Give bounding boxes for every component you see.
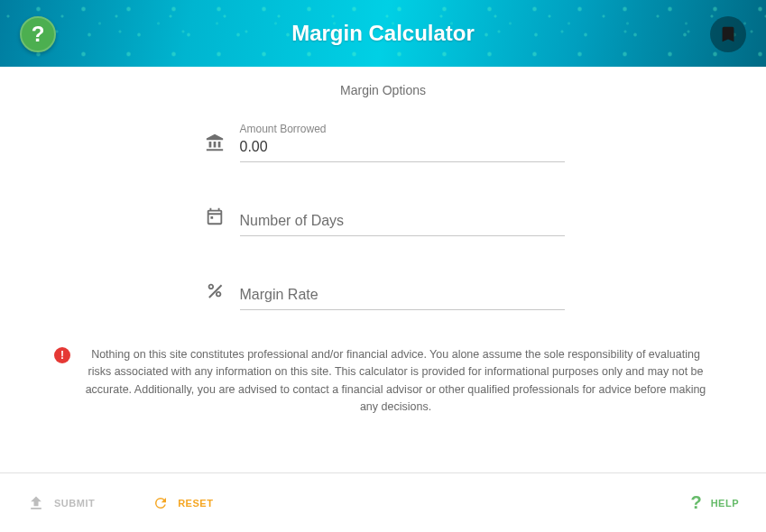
footer: SUBMIT RESET ? HELP: [0, 472, 766, 532]
amount-input[interactable]: [240, 134, 565, 162]
reset-button[interactable]: RESET: [142, 488, 224, 518]
days-input[interactable]: [240, 208, 565, 236]
rate-field-wrap: [240, 282, 565, 310]
form-area: Amount Borrowed: [0, 130, 766, 352]
content-area: Margin Options Amount Borrowed: [0, 67, 766, 472]
subtitle: Margin Options: [340, 83, 426, 97]
days-field-wrap: [240, 208, 565, 236]
header: ? Margin Calculator: [0, 0, 766, 67]
percent-icon: [202, 278, 227, 303]
bookmark-button[interactable]: [710, 16, 746, 52]
refresh-icon: [152, 495, 169, 511]
reset-label: RESET: [178, 498, 213, 509]
help-icon: ?: [32, 22, 45, 47]
page-title: Margin Calculator: [291, 21, 475, 46]
bookmark-icon: [718, 24, 738, 44]
warning-icon: !: [54, 347, 70, 363]
help-footer-label: HELP: [711, 498, 739, 509]
amount-field-wrap: Amount Borrowed: [240, 134, 565, 162]
disclaimer: ! Nothing on this site constitutes profe…: [0, 346, 766, 417]
upload-icon: [27, 494, 45, 512]
field-row-days: [202, 204, 565, 236]
rate-input[interactable]: [240, 282, 565, 310]
submit-label: SUBMIT: [54, 498, 95, 509]
field-row-rate: [202, 278, 565, 310]
amount-label: Amount Borrowed: [240, 123, 327, 135]
help-button[interactable]: ?: [20, 16, 56, 52]
calendar-icon: [202, 204, 227, 229]
submit-button[interactable]: SUBMIT: [16, 487, 106, 519]
disclaimer-text: Nothing on this site constitutes profess…: [79, 346, 712, 417]
bank-icon: [202, 130, 227, 155]
field-row-amount: Amount Borrowed: [202, 130, 565, 162]
help-footer-button[interactable]: ? HELP: [679, 485, 750, 520]
help-footer-icon: ?: [690, 492, 701, 513]
